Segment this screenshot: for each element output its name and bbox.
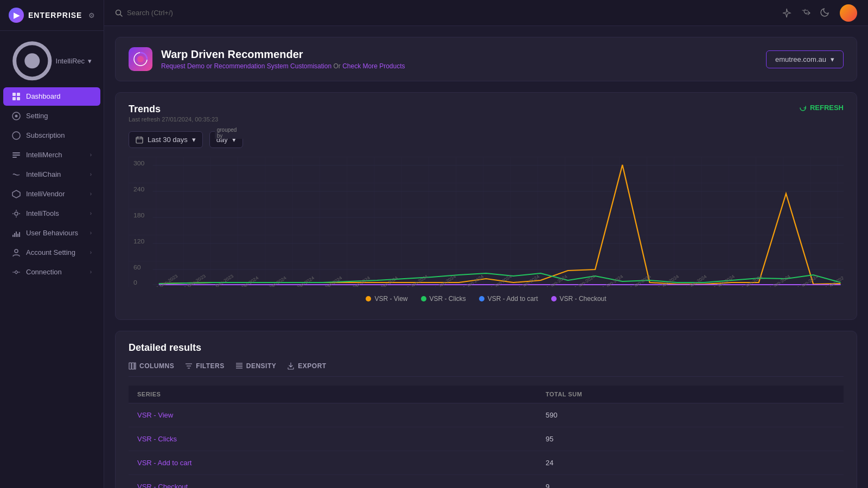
intellirec-label: IntelliRec [56,57,85,65]
user-avatar[interactable] [840,4,857,22]
table-row: VSR - View 590 [129,403,844,427]
account-setting-chevron: › [90,249,92,255]
search-wrap[interactable]: Search (Ctrl+/) [115,9,173,17]
sidebar-item-intellichain[interactable]: IntelliChain › [3,165,100,184]
subtitle-link2[interactable]: Check More Products [342,62,405,70]
sidebar-item-intellivendor[interactable]: IntelliVendor › [3,185,100,203]
moon-icon[interactable] [820,8,831,18]
sidebar-item-subscription[interactable]: Subscription [3,126,100,145]
intellimerch-label: IntelliMerch [26,151,62,159]
site-selector[interactable]: emutree.com.au ▾ [766,50,844,68]
svg-point-8 [12,132,20,139]
svg-rect-24 [136,137,143,143]
account-setting-label: Account Setting [26,248,75,256]
vsr-view-link[interactable]: VSR - View [137,411,173,419]
sidebar-item-connection[interactable]: Connection › [3,263,100,281]
search-icon [115,9,123,17]
connection-chevron: › [90,269,92,275]
table-header: SERIES TOTAL SUM [129,386,844,403]
legend-addtocart-label: VSR - Add to cart [488,295,538,303]
legend-clicks: VSR - Clicks [421,295,466,303]
intellitools-chevron: › [90,210,92,216]
grouped-by-label: grouped by [215,127,243,139]
svg-rect-28 [129,157,844,287]
density-button[interactable]: DENSITY [235,362,277,370]
trends-title: Trends [129,104,218,115]
vsr-clicks-link[interactable]: VSR - Clicks [137,435,177,443]
sidebar-item-dashboard[interactable]: Dashboard [3,87,100,106]
svg-rect-16 [16,232,17,237]
subtitle-link1[interactable]: Request Demo or Recommendation System Cu… [161,62,331,70]
subscription-icon [12,131,21,140]
vsr-checkout-link[interactable]: VSR - Checkout [137,483,188,488]
site-name: emutree.com.au [775,55,826,63]
sidebar-item-account-setting[interactable]: Account Setting › [3,243,100,262]
refresh-button[interactable]: REFRESH [799,104,844,112]
results-title: Detailed results [129,342,844,354]
series-header: SERIES [129,386,537,403]
sidebar-item-intellimerch[interactable]: IntelliMerch › [3,146,100,164]
sidebar-item-user-behaviours[interactable]: User Behaviours › [3,224,100,242]
svg-text:120: 120 [133,238,145,245]
sidebar-intellirec[interactable]: IntelliRec ▾ [3,36,100,86]
svg-text:0: 0 [133,279,137,286]
svg-rect-3 [17,93,20,96]
intellimerch-icon [12,151,21,159]
svg-rect-67 [129,363,131,369]
sidebar-item-intellitools[interactable]: IntelliTools › [3,204,100,223]
user-behaviours-chevron: › [90,230,92,236]
results-section: Detailed results COLUMNS [115,331,857,488]
date-range-button[interactable]: Last 30 days ▾ [129,131,203,148]
filters-button[interactable]: FILTERS [185,362,225,370]
legend-view-dot [366,296,371,301]
trends-header: Trends Last refresh 27/01/2024, 00:35:23… [129,104,844,123]
legend-clicks-label: VSR - Clicks [430,295,466,303]
columns-label: COLUMNS [139,362,174,370]
vsr-addtocart-link[interactable]: VSR - Add to cart [137,459,192,467]
warp-logo-icon [133,52,148,67]
legend-checkout-label: VSR - Checkout [560,295,607,303]
svg-point-13 [15,212,18,215]
connection-label: Connection [26,268,62,276]
site-dropdown-icon: ▾ [831,55,834,63]
svg-point-23 [137,56,144,62]
results-tbody: VSR - View 590 VSR - Clicks 95 VSR - Add… [129,403,844,489]
topbar-right [781,4,857,22]
density-icon [235,362,243,370]
sparkle-icon[interactable] [781,8,792,18]
svg-rect-4 [12,97,16,100]
intellivendor-chevron: › [90,191,92,197]
svg-rect-9 [12,152,20,153]
sidebar-item-setting[interactable]: Setting [3,107,100,125]
date-range-label: Last 30 days [148,136,188,144]
export-button[interactable]: EXPORT [287,362,326,370]
dashboard-label: Dashboard [26,92,61,100]
density-label: DENSITY [246,362,277,370]
settings-icon[interactable]: ⚙ [88,11,95,20]
main-content: Search (Ctrl+/) [104,0,868,488]
translate-icon[interactable] [801,8,812,18]
svg-rect-2 [12,93,16,96]
app-subtitle: Request Demo or Recommendation System Cu… [161,62,405,70]
row-series-4: VSR - Checkout [129,475,537,489]
svg-text:240: 240 [133,186,145,192]
chart-svg: 300 240 180 120 60 0 [129,157,844,287]
svg-text:60: 60 [133,264,141,271]
svg-text:300: 300 [133,160,145,166]
intellitools-icon [12,209,21,218]
results-table: SERIES TOTAL SUM VSR - View 590 VSR - Cl… [129,386,844,488]
intellitools-label: IntelliTools [26,209,59,217]
columns-button[interactable]: COLUMNS [129,362,174,370]
legend-addtocart-dot [479,296,484,301]
total-header: TOTAL SUM [537,386,844,403]
svg-rect-17 [17,234,18,237]
app-logo [129,47,152,71]
svg-rect-14 [12,235,14,237]
refresh-label: REFRESH [810,104,844,112]
page-content: Warp Driven Recommender Request Demo or … [104,26,868,488]
svg-rect-69 [135,363,136,369]
table-row: VSR - Add to cart 24 [129,451,844,475]
results-toolbar: COLUMNS FILTERS [129,362,844,377]
legend-addtocart: VSR - Add to cart [479,295,538,303]
legend-view: VSR - View [366,295,407,303]
